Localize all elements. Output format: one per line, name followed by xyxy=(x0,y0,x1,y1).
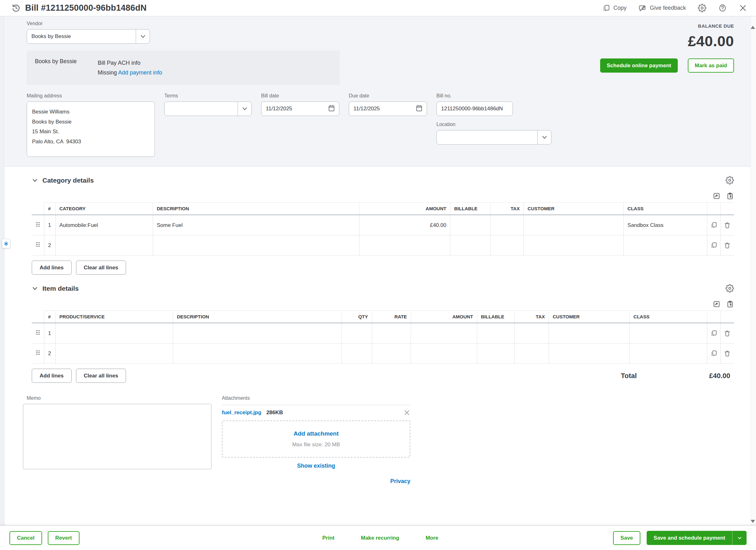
rate-cell[interactable] xyxy=(372,323,411,344)
class-cell[interactable]: Sandbox Class xyxy=(624,215,707,235)
item-details-toggle[interactable]: Item details xyxy=(32,285,79,292)
bill-header-section: Vendor Books by Bessie Books by Bessie B… xyxy=(5,16,756,167)
delete-line-button[interactable] xyxy=(720,323,734,344)
customer-cell[interactable] xyxy=(549,323,630,344)
billable-cell[interactable] xyxy=(477,344,515,364)
category-clear-all-lines-button[interactable]: Clear all lines xyxy=(76,261,126,275)
description-cell[interactable] xyxy=(173,344,342,364)
drag-handle-icon[interactable] xyxy=(32,344,44,364)
terms-select[interactable] xyxy=(164,102,252,116)
total-amount: £40.00 xyxy=(709,372,730,380)
duplicate-line-button[interactable] xyxy=(707,215,720,235)
mark-as-paid-button[interactable]: Mark as paid xyxy=(688,58,734,73)
duplicate-icon xyxy=(710,242,717,249)
category-details-toggle[interactable]: Category details xyxy=(32,177,94,184)
amount-cell[interactable] xyxy=(411,344,477,364)
remove-attachment-button[interactable] xyxy=(403,409,410,416)
add-payment-info-link[interactable]: Add payment info xyxy=(118,69,162,76)
drag-handle-icon[interactable] xyxy=(32,215,44,235)
location-value xyxy=(437,130,537,144)
save-and-schedule-payment-button[interactable]: Save and schedule payment xyxy=(647,531,732,545)
more-button[interactable]: More xyxy=(425,535,438,541)
cancel-button[interactable]: Cancel xyxy=(9,531,42,545)
print-button[interactable]: Print xyxy=(322,535,335,541)
mailing-address-input[interactable]: Bessie Williams Books by Bessie 15 Main … xyxy=(27,102,155,157)
bill-date-input[interactable]: 11/12/2025 xyxy=(261,102,339,116)
tax-cell[interactable] xyxy=(515,323,549,344)
drag-handle-icon[interactable] xyxy=(32,235,44,256)
description-cell[interactable] xyxy=(153,235,359,256)
give-feedback-button[interactable]: Give feedback xyxy=(638,4,686,12)
save-button[interactable]: Save xyxy=(613,531,641,545)
make-recurring-button[interactable]: Make recurring xyxy=(361,535,399,541)
qty-cell[interactable] xyxy=(342,323,372,344)
paste-lines-button[interactable] xyxy=(726,300,734,308)
assistant-widget-button[interactable] xyxy=(2,239,10,248)
copy-button[interactable]: Copy xyxy=(602,4,627,12)
class-cell[interactable] xyxy=(624,235,707,256)
duplicate-line-button[interactable] xyxy=(707,235,720,256)
tax-cell[interactable] xyxy=(490,235,523,256)
chevron-down-icon[interactable] xyxy=(136,30,150,43)
item-add-lines-button[interactable]: Add lines xyxy=(32,369,72,383)
drag-handle-icon[interactable] xyxy=(32,323,44,344)
class-cell[interactable] xyxy=(630,344,707,364)
tax-cell[interactable] xyxy=(515,344,549,364)
duplicate-line-button[interactable] xyxy=(707,323,720,344)
qty-cell[interactable] xyxy=(342,344,372,364)
product-cell[interactable] xyxy=(55,323,173,344)
schedule-online-payment-button[interactable]: Schedule online payment xyxy=(600,58,678,73)
delete-line-button[interactable] xyxy=(720,344,734,364)
description-cell[interactable]: Some Fuel xyxy=(153,215,359,235)
chevron-down-icon[interactable] xyxy=(537,130,551,144)
amount-cell[interactable] xyxy=(359,235,450,256)
calendar-icon[interactable] xyxy=(328,104,335,113)
bill-no-input[interactable]: 1211250000-96bb1486dN xyxy=(436,102,513,116)
paste-lines-button[interactable] xyxy=(726,192,734,200)
delete-line-button[interactable] xyxy=(720,215,734,235)
customer-cell[interactable] xyxy=(549,344,630,364)
billable-cell[interactable] xyxy=(477,323,515,344)
customer-cell[interactable] xyxy=(523,235,623,256)
customer-cell[interactable] xyxy=(523,215,623,235)
export-lines-button[interactable] xyxy=(713,300,720,308)
amount-cell[interactable] xyxy=(411,323,477,344)
revert-button[interactable]: Revert xyxy=(48,531,79,545)
show-existing-link[interactable]: Show existing xyxy=(297,463,335,469)
privacy-link[interactable]: Privacy xyxy=(390,478,410,484)
history-icon[interactable] xyxy=(11,3,21,13)
location-select[interactable] xyxy=(436,130,551,145)
item-table-settings-button[interactable] xyxy=(726,284,734,293)
billable-cell[interactable] xyxy=(450,215,490,235)
delete-line-button[interactable] xyxy=(720,235,734,256)
category-table-settings-button[interactable] xyxy=(726,176,734,184)
duplicate-line-button[interactable] xyxy=(707,344,720,364)
billable-cell[interactable] xyxy=(450,235,490,256)
due-date-input[interactable]: 11/12/2025 xyxy=(349,102,427,116)
item-clear-all-lines-button[interactable]: Clear all lines xyxy=(76,369,126,383)
add-attachment-dropzone[interactable]: Add attachment Max file size: 20 MB xyxy=(222,421,410,458)
memo-input[interactable] xyxy=(23,404,211,469)
category-add-lines-button[interactable]: Add lines xyxy=(32,261,72,275)
description-cell[interactable] xyxy=(173,323,342,344)
vertical-scrollbar[interactable] xyxy=(751,16,756,525)
vendor-select[interactable]: Books by Bessie xyxy=(27,29,150,44)
calendar-icon[interactable] xyxy=(415,104,423,113)
category-cell[interactable] xyxy=(55,235,153,256)
class-cell[interactable] xyxy=(630,323,707,344)
amount-cell[interactable]: £40.00 xyxy=(359,215,450,235)
product-cell[interactable] xyxy=(55,344,173,364)
scroll-up-icon[interactable] xyxy=(751,26,755,29)
terms-value xyxy=(165,102,238,116)
rate-cell[interactable] xyxy=(372,344,411,364)
attachment-file-link[interactable]: fuel_receipt.jpg xyxy=(222,410,261,416)
save-options-dropdown-button[interactable] xyxy=(732,531,747,545)
settings-button[interactable] xyxy=(698,4,706,12)
close-button[interactable] xyxy=(739,4,747,12)
category-cell[interactable]: Automobile:Fuel xyxy=(55,215,153,235)
help-button[interactable] xyxy=(718,4,727,12)
tax-cell[interactable] xyxy=(490,215,523,235)
scroll-down-icon[interactable] xyxy=(751,520,755,523)
export-lines-button[interactable] xyxy=(713,192,720,200)
chevron-down-icon[interactable] xyxy=(238,102,251,116)
